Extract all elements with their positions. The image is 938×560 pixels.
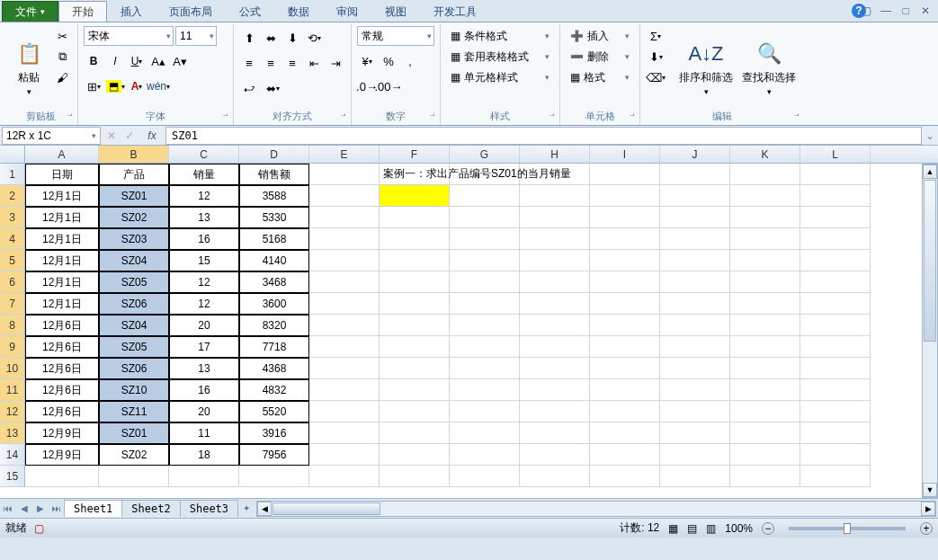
cell[interactable] <box>25 466 99 487</box>
cell[interactable] <box>520 207 590 228</box>
cell[interactable]: 销售额 <box>239 164 309 185</box>
cell[interactable] <box>590 185 660 207</box>
align-middle-button[interactable]: ⬌ <box>261 28 281 48</box>
fill-color-button[interactable]: ⬒▾ <box>105 76 125 96</box>
phonetic-button[interactable]: wén▾ <box>148 76 168 96</box>
cell[interactable] <box>800 271 871 293</box>
scroll-up-button[interactable]: ▲ <box>923 164 937 179</box>
cell[interactable] <box>450 250 520 271</box>
cell[interactable] <box>660 185 730 207</box>
file-tab[interactable]: 文件▾ <box>2 1 58 22</box>
grow-font-button[interactable]: A▴ <box>148 51 168 71</box>
font-color-button[interactable]: A▾ <box>127 76 147 96</box>
row-header[interactable]: 5 <box>0 250 25 271</box>
cell[interactable] <box>800 422 871 444</box>
cell[interactable]: SZ05 <box>99 336 169 358</box>
cell[interactable]: 5330 <box>239 207 309 228</box>
cell[interactable]: 12月1日 <box>25 207 99 228</box>
fx-icon[interactable]: fx <box>138 129 165 142</box>
cell[interactable] <box>380 228 450 250</box>
zoom-level[interactable]: 100% <box>725 522 753 535</box>
cell[interactable] <box>660 379 730 401</box>
autosum-button[interactable]: Σ▾ <box>646 26 666 46</box>
row-header[interactable]: 4 <box>0 228 25 250</box>
cell[interactable] <box>800 164 871 185</box>
cell[interactable] <box>520 228 590 250</box>
cell[interactable]: 12月9日 <box>25 422 99 444</box>
cell[interactable] <box>380 379 450 401</box>
align-left-button[interactable]: ≡ <box>239 53 259 73</box>
cell[interactable] <box>309 250 380 271</box>
cell[interactable] <box>590 401 660 422</box>
cell[interactable] <box>380 271 450 293</box>
cell[interactable]: 8320 <box>239 315 309 336</box>
number-format-combo[interactable]: 常规▾ <box>357 26 434 46</box>
cell[interactable]: 4368 <box>239 358 309 379</box>
row-header[interactable]: 6 <box>0 271 25 293</box>
cell[interactable]: SZ01 <box>99 185 169 207</box>
col-header-A[interactable]: A <box>25 146 99 163</box>
sheet-nav-first[interactable]: ⏮ <box>0 501 16 517</box>
cell[interactable] <box>380 422 450 444</box>
cell[interactable] <box>380 185 450 207</box>
zoom-slider[interactable] <box>789 527 906 530</box>
cell[interactable] <box>520 358 590 379</box>
cell[interactable]: 案例一：求出产品编号SZ01的当月销量 <box>380 164 450 185</box>
cell[interactable] <box>800 315 871 336</box>
cell[interactable] <box>520 444 590 466</box>
cell[interactable] <box>800 228 871 250</box>
cell[interactable]: 12月1日 <box>25 293 99 315</box>
cell[interactable] <box>450 315 520 336</box>
view-normal-icon[interactable]: ▦ <box>668 522 678 535</box>
cell[interactable] <box>309 207 380 228</box>
cell[interactable]: 5168 <box>239 228 309 250</box>
cell[interactable]: 12月9日 <box>25 444 99 466</box>
cell[interactable]: 12月6日 <box>25 336 99 358</box>
close-icon[interactable]: ✕ <box>918 4 933 18</box>
cell[interactable] <box>660 444 730 466</box>
expand-formula-icon[interactable]: ⌄ <box>922 129 938 142</box>
cell[interactable] <box>800 358 871 379</box>
cell[interactable]: 4140 <box>239 250 309 271</box>
indent-inc-button[interactable]: ⇥ <box>326 53 345 73</box>
cell[interactable]: 11 <box>169 422 239 444</box>
cell[interactable] <box>730 164 800 185</box>
underline-button[interactable]: U▾ <box>127 51 147 71</box>
cell[interactable] <box>730 444 800 466</box>
cell[interactable] <box>800 207 871 228</box>
cell[interactable] <box>520 185 590 207</box>
cell[interactable]: SZ06 <box>99 358 169 379</box>
col-header-H[interactable]: H <box>520 146 590 163</box>
cell[interactable] <box>309 444 380 466</box>
col-header-D[interactable]: D <box>239 146 309 163</box>
row-header[interactable]: 2 <box>0 185 25 207</box>
cell[interactable] <box>380 315 450 336</box>
percent-button[interactable]: % <box>379 51 398 71</box>
cell[interactable]: 12月6日 <box>25 358 99 379</box>
col-header-G[interactable]: G <box>450 146 520 163</box>
cell[interactable] <box>660 271 730 293</box>
minimize-icon[interactable]: — <box>879 4 893 18</box>
cell[interactable] <box>590 250 660 271</box>
cell[interactable]: 20 <box>169 401 239 422</box>
align-right-button[interactable]: ≡ <box>282 53 302 73</box>
delete-cells-button[interactable]: ➖删除▾ <box>566 47 634 67</box>
cell[interactable] <box>309 358 380 379</box>
col-header-J[interactable]: J <box>660 146 730 163</box>
name-box[interactable]: 12R x 1C▾ <box>2 127 101 145</box>
cell[interactable] <box>380 293 450 315</box>
cell[interactable]: 12月6日 <box>25 379 99 401</box>
font-size-combo[interactable]: 11▾ <box>175 26 217 46</box>
dec-decimal-button[interactable]: .00→ <box>379 76 398 96</box>
select-all-corner[interactable] <box>0 146 25 163</box>
zoom-out-button[interactable]: − <box>762 522 774 535</box>
scroll-thumb-h[interactable] <box>272 502 380 515</box>
cell[interactable] <box>450 422 520 444</box>
cell[interactable]: 12月1日 <box>25 250 99 271</box>
row-header[interactable]: 3 <box>0 207 25 228</box>
row-header[interactable]: 15 <box>0 466 25 487</box>
row-header[interactable]: 9 <box>0 336 25 358</box>
cell[interactable]: 3916 <box>239 422 309 444</box>
clear-button[interactable]: ⌫▾ <box>646 67 666 87</box>
cut-button[interactable]: ✂ <box>52 26 72 46</box>
